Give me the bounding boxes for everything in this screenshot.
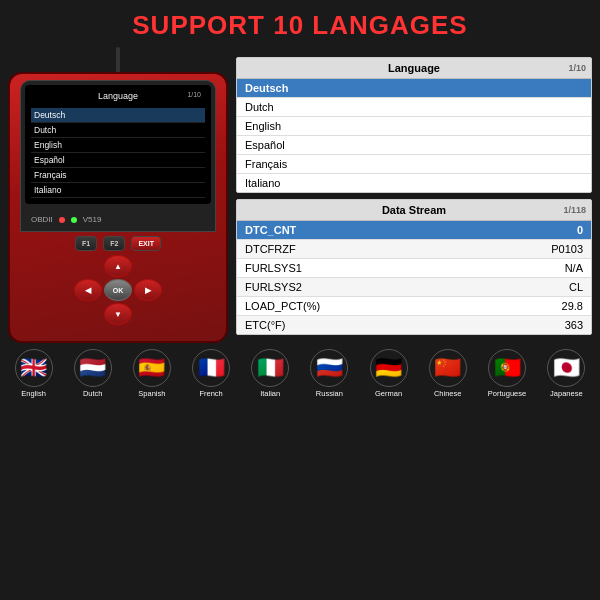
dpad-ok[interactable]: OK xyxy=(104,279,132,301)
row-value: P0103 xyxy=(551,243,583,255)
obdii-label: OBDII xyxy=(31,215,53,224)
f2-button[interactable]: F2 xyxy=(103,236,125,251)
function-buttons: F1 F2 EXIT xyxy=(20,236,216,251)
flag-label: Chinese xyxy=(434,389,462,398)
flag-item: 🇯🇵 Japanese xyxy=(547,349,585,398)
status-dot-green xyxy=(71,217,77,223)
data-stream-row: FURLSYS1N/A xyxy=(237,259,591,278)
row-value: 29.8 xyxy=(562,300,583,312)
right-panel: Language 1/10 DeutschDutchEnglishEspañol… xyxy=(236,57,592,343)
page-header: SUPPORT 10 LANGAGES xyxy=(0,0,600,47)
flag-circle: 🇵🇹 xyxy=(488,349,526,387)
flag-circle: 🇬🇧 xyxy=(15,349,53,387)
screen-list-item: Deutsch xyxy=(31,108,205,123)
data-stream-table: Data Stream 1/118 DTC_CNT0DTCFRZFP0103FU… xyxy=(236,199,592,335)
data-stream-header: Data Stream 1/118 xyxy=(237,200,591,221)
device-status: OBDII V519 xyxy=(25,212,211,227)
row-value: 0 xyxy=(577,224,583,236)
flag-label: Japanese xyxy=(550,389,583,398)
dpad-empty-bl xyxy=(74,303,102,325)
flag-label: Portuguese xyxy=(488,389,526,398)
flag-label: English xyxy=(21,389,46,398)
flag-label: German xyxy=(375,389,402,398)
data-stream-row: DTC_CNT0 xyxy=(237,221,591,240)
flag-item: 🇩🇪 German xyxy=(370,349,408,398)
data-stream-row: LOAD_PCT(%)29.8 xyxy=(237,297,591,316)
dpad-down[interactable]: ▼ xyxy=(104,303,132,325)
screen-list-item: English xyxy=(31,138,205,153)
screen-list-item: Español xyxy=(31,153,205,168)
flag-circle: 🇯🇵 xyxy=(547,349,585,387)
flag-label: Russian xyxy=(316,389,343,398)
language-table-items: DeutschDutchEnglishEspañolFrançaisItalia… xyxy=(237,79,591,192)
row-label: DTCFRZF xyxy=(245,243,296,255)
row-label: ETC(°F) xyxy=(245,319,285,331)
row-label: FURLSYS2 xyxy=(245,281,302,293)
row-value: CL xyxy=(569,281,583,293)
exit-button[interactable]: EXIT xyxy=(131,236,161,251)
flag-circle: 🇪🇸 xyxy=(133,349,171,387)
row-label: DTC_CNT xyxy=(245,224,296,236)
device: Language 1/10 DeutschDutchEnglishEspañol… xyxy=(8,47,228,343)
screen-list-item: Italiano xyxy=(31,183,205,198)
dpad-empty-br xyxy=(134,303,162,325)
page-title: SUPPORT 10 LANGAGES xyxy=(0,10,600,41)
flag-circle: 🇷🇺 xyxy=(310,349,348,387)
row-label: LOAD_PCT(%) xyxy=(245,300,320,312)
flag-item: 🇫🇷 French xyxy=(192,349,230,398)
dpad: ▲ ◀ OK ▶ ▼ xyxy=(74,255,162,325)
dpad-empty-tr xyxy=(134,255,162,277)
version-label: V519 xyxy=(83,215,102,224)
screen-list-item: Dutch xyxy=(31,123,205,138)
device-cable xyxy=(116,47,120,72)
flag-item: 🇨🇳 Chinese xyxy=(429,349,467,398)
flag-circle: 🇩🇪 xyxy=(370,349,408,387)
language-table-row[interactable]: Deutsch xyxy=(237,79,591,98)
language-table: Language 1/10 DeutschDutchEnglishEspañol… xyxy=(236,57,592,193)
row-label: FURLSYS1 xyxy=(245,262,302,274)
flag-item: 🇪🇸 Spanish xyxy=(133,349,171,398)
main-content: Language 1/10 DeutschDutchEnglishEspañol… xyxy=(0,47,600,343)
screen-list-item: Français xyxy=(31,168,205,183)
dpad-left[interactable]: ◀ xyxy=(74,279,102,301)
flag-label: French xyxy=(199,389,222,398)
flag-item: 🇷🇺 Russian xyxy=(310,349,348,398)
flag-label: Italian xyxy=(260,389,280,398)
screen-title: Language xyxy=(98,91,138,101)
data-stream-row: FURLSYS2CL xyxy=(237,278,591,297)
dpad-right[interactable]: ▶ xyxy=(134,279,162,301)
flag-circle: 🇳🇱 xyxy=(74,349,112,387)
row-value: 363 xyxy=(565,319,583,331)
status-dot-red xyxy=(59,217,65,223)
flag-item: 🇳🇱 Dutch xyxy=(74,349,112,398)
title-highlight: 10 xyxy=(273,10,304,40)
title-end: LANGAGES xyxy=(304,10,468,40)
flag-circle: 🇫🇷 xyxy=(192,349,230,387)
screen-items: DeutschDutchEnglishEspañolFrançaisItalia… xyxy=(31,108,205,198)
device-screen: Language 1/10 DeutschDutchEnglishEspañol… xyxy=(25,85,211,204)
language-table-row[interactable]: Italiano xyxy=(237,174,591,192)
language-table-header: Language 1/10 xyxy=(237,58,591,79)
data-stream-counter: 1/118 xyxy=(563,205,586,215)
flag-label: Spanish xyxy=(138,389,165,398)
screen-title-row: Language 1/10 xyxy=(31,91,205,105)
flags-section: 🇬🇧 English 🇳🇱 Dutch 🇪🇸 Spanish 🇫🇷 French… xyxy=(0,343,600,402)
flag-label: Dutch xyxy=(83,389,103,398)
data-stream-row: ETC(°F)363 xyxy=(237,316,591,334)
language-table-row[interactable]: Dutch xyxy=(237,98,591,117)
dpad-empty-tl xyxy=(74,255,102,277)
flag-item: 🇮🇹 Italian xyxy=(251,349,289,398)
language-table-row[interactable]: Français xyxy=(237,155,591,174)
device-body: Language 1/10 DeutschDutchEnglishEspañol… xyxy=(8,72,228,343)
data-stream-rows: DTC_CNT0DTCFRZFP0103FURLSYS1N/AFURLSYS2C… xyxy=(237,221,591,334)
flag-item: 🇵🇹 Portuguese xyxy=(488,349,526,398)
language-table-row[interactable]: English xyxy=(237,117,591,136)
flag-item: 🇬🇧 English xyxy=(15,349,53,398)
data-stream-row: DTCFRZFP0103 xyxy=(237,240,591,259)
title-start: SUPPORT xyxy=(132,10,273,40)
language-table-row[interactable]: Español xyxy=(237,136,591,155)
dpad-up[interactable]: ▲ xyxy=(104,255,132,277)
screen-counter: 1/10 xyxy=(187,91,201,98)
row-value: N/A xyxy=(565,262,583,274)
f1-button[interactable]: F1 xyxy=(75,236,97,251)
